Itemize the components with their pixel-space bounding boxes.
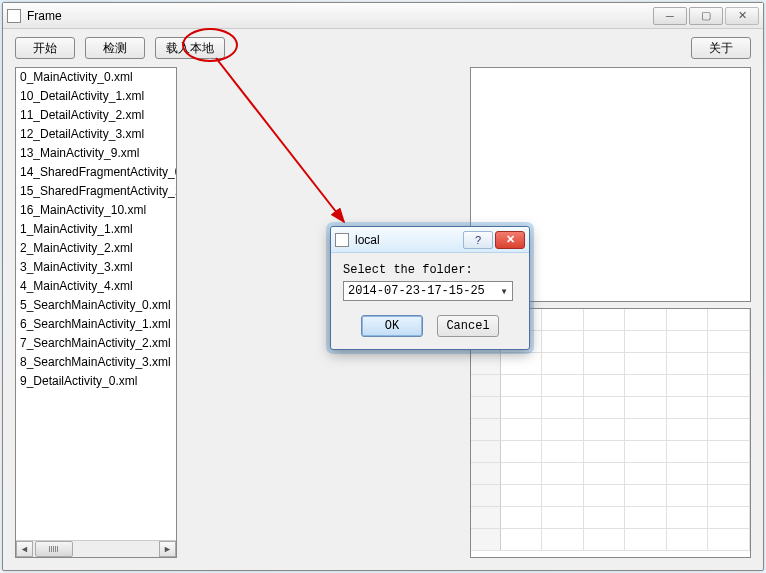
list-item[interactable]: 5_SearchMainActivity_0.xml (16, 296, 176, 315)
app-icon (7, 9, 21, 23)
scroll-track[interactable] (33, 541, 159, 557)
chevron-down-icon: ▾ (496, 284, 512, 299)
list-item[interactable]: 6_SearchMainActivity_1.xml (16, 315, 176, 334)
list-item[interactable]: 13_MainActivity_9.xml (16, 144, 176, 163)
close-button[interactable]: ✕ (725, 7, 759, 25)
local-dialog: local ? ✕ Select the folder: 2014-07-23-… (330, 226, 530, 350)
window-controls: ─ ▢ ✕ (651, 7, 759, 25)
maximize-button[interactable]: ▢ (689, 7, 723, 25)
list-item[interactable]: 16_MainActivity_10.xml (16, 201, 176, 220)
detect-button[interactable]: 检测 (85, 37, 145, 59)
list-item[interactable]: 11_DetailActivity_2.xml (16, 106, 176, 125)
dialog-buttons: OK Cancel (331, 305, 529, 349)
list-item[interactable]: 9_DetailActivity_0.xml (16, 372, 176, 391)
combobox-value: 2014-07-23-17-15-25 (344, 284, 496, 298)
start-button[interactable]: 开始 (15, 37, 75, 59)
main-titlebar: Frame ─ ▢ ✕ (3, 3, 763, 29)
list-item[interactable]: 4_MainActivity_4.xml (16, 277, 176, 296)
about-button[interactable]: 关于 (691, 37, 751, 59)
list-item[interactable]: 3_MainActivity_3.xml (16, 258, 176, 277)
list-item[interactable]: 8_SearchMainActivity_3.xml (16, 353, 176, 372)
list-item[interactable]: 10_DetailActivity_1.xml (16, 87, 176, 106)
scroll-left-button[interactable]: ◄ (16, 541, 33, 557)
cancel-button[interactable]: Cancel (437, 315, 499, 337)
list-item[interactable]: 14_SharedFragmentActivity_0.xml (16, 163, 176, 182)
list-item[interactable]: 2_MainActivity_2.xml (16, 239, 176, 258)
dialog-titlebar: local ? ✕ (331, 227, 529, 253)
minimize-button[interactable]: ─ (653, 7, 687, 25)
load-local-button[interactable]: 载入本地 (155, 37, 225, 59)
file-listbox[interactable]: 0_MainActivity_0.xml10_DetailActivity_1.… (15, 67, 177, 558)
dialog-help-button[interactable]: ? (463, 231, 493, 249)
dialog-body: Select the folder: 2014-07-23-17-15-25 ▾ (331, 253, 529, 305)
list-item[interactable]: 15_SharedFragmentActivity_1.xml (16, 182, 176, 201)
file-list-items: 0_MainActivity_0.xml10_DetailActivity_1.… (16, 68, 176, 540)
folder-combobox[interactable]: 2014-07-23-17-15-25 ▾ (343, 281, 513, 301)
ok-button[interactable]: OK (361, 315, 423, 337)
list-item[interactable]: 1_MainActivity_1.xml (16, 220, 176, 239)
dialog-title: local (355, 233, 380, 247)
list-item[interactable]: 7_SearchMainActivity_2.xml (16, 334, 176, 353)
horizontal-scrollbar[interactable]: ◄ ► (16, 540, 176, 557)
dialog-close-button[interactable]: ✕ (495, 231, 525, 249)
toolbar: 开始 检测 载入本地 关于 (3, 29, 763, 59)
list-item[interactable]: 12_DetailActivity_3.xml (16, 125, 176, 144)
dialog-icon (335, 233, 349, 247)
list-item[interactable]: 0_MainActivity_0.xml (16, 68, 176, 87)
scroll-right-button[interactable]: ► (159, 541, 176, 557)
window-title: Frame (27, 9, 651, 23)
scroll-thumb[interactable] (35, 541, 73, 557)
dialog-label: Select the folder: (343, 263, 517, 277)
